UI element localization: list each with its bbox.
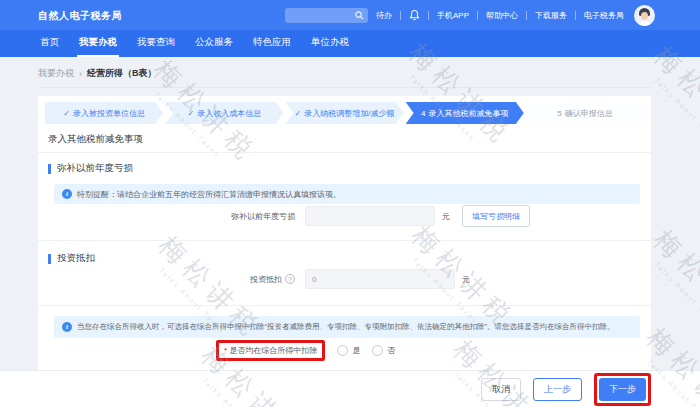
user-avatar[interactable] <box>634 5 655 26</box>
main-nav-bar: 首页 我要办税 我要查询 公众服务 特色应用 单位办税 <box>0 30 700 57</box>
section-invest-title: 投资抵扣 <box>57 252 95 265</box>
step-4-pretax-deductions-active: 4 录入其他税前减免事项 <box>406 102 524 124</box>
invest-field-label: 投资抵扣 ? <box>38 274 295 285</box>
etax-bureau-link[interactable]: 电子税务局 <box>584 10 624 21</box>
footer-action-bar: 取消 上一步 下一步 <box>0 370 700 407</box>
app-logo: 自然人电子税务局 <box>38 9 122 23</box>
cancel-button[interactable]: 取消 <box>481 378 521 401</box>
nav-item-query[interactable]: 我要查询 <box>135 30 177 57</box>
divider <box>575 11 576 20</box>
required-asterisk: * <box>224 346 227 355</box>
page-title: 录入其他税前减免事项 <box>48 133 143 146</box>
section-marker <box>48 254 51 264</box>
divider <box>477 11 478 20</box>
download-link[interactable]: 下载服务 <box>535 10 567 21</box>
check-icon: ✓ <box>295 109 302 118</box>
invest-field-row: 投资抵扣 ? 元 <box>38 269 651 289</box>
step-2-income-cost-info: ✓ 录入收入成本信息 <box>165 102 283 124</box>
top-header-bar: 自然人电子税务局 待办 手机APP 帮助中心 下载服务 电子税务局 <box>0 0 700 30</box>
comprehensive-income-notice-text: 当您存在综合所得收入时，可选择在综合所得申报中扣除“投资者减除费用、专项扣除、专… <box>77 322 615 332</box>
step-label: 录入被投资单位信息 <box>73 108 145 119</box>
loss-field-row: 弥补以前年度亏损 元 填写亏损明细 <box>38 205 651 227</box>
step-label: 录入其他税前减免事项 <box>428 108 508 119</box>
avatar-body <box>638 21 651 26</box>
nav-item-tax-handling[interactable]: 我要办税 <box>77 30 119 57</box>
todo-link[interactable]: 待办 <box>376 10 392 21</box>
search-icon[interactable] <box>355 11 364 20</box>
form-card: ✓ 录入被投资单位信息 ✓ 录入收入成本信息 ✓ 录入纳税调整增加/减少额 4 … <box>38 96 651 370</box>
invest-unit-label: 元 <box>462 274 470 285</box>
divider <box>38 305 651 306</box>
annotation-box-next-button: 下一步 <box>594 373 651 406</box>
nav-item-home[interactable]: 首页 <box>38 30 61 57</box>
fill-loss-detail-button[interactable]: 填写亏损明细 <box>462 205 530 227</box>
check-icon: ✓ <box>187 109 194 118</box>
divider <box>38 240 651 241</box>
loss-field-label: 弥补以前年度亏损 <box>38 211 295 222</box>
section-loss-title: 弥补以前年度亏损 <box>57 162 133 175</box>
divider <box>428 11 429 20</box>
deduct-in-comprehensive-income-row: * 是否均在综合所得中扣除 是 否 <box>38 340 651 361</box>
radio-circle-icon[interactable] <box>372 345 383 356</box>
loss-unit-label: 元 <box>442 211 450 222</box>
step-label: 确认申报信息 <box>565 108 613 119</box>
breadcrumb-separator-icon: › <box>79 69 82 79</box>
nav-item-unit-tax[interactable]: 单位办税 <box>309 30 351 57</box>
radio-circle-icon[interactable] <box>337 345 348 356</box>
watermark-subtext: Talks About Taxes <box>653 76 700 145</box>
avatar-face <box>641 12 648 20</box>
radio-option-yes[interactable]: 是 <box>337 345 360 356</box>
divider <box>526 11 527 20</box>
header-right-menu: 待办 手机APP 帮助中心 下载服务 电子税务局 <box>376 0 655 30</box>
divider <box>400 11 401 20</box>
search-input[interactable] <box>285 8 355 23</box>
info-icon: i <box>62 322 72 332</box>
step-label: 录入纳税调整增加/减少额 <box>304 108 394 119</box>
breadcrumb: 我要办税 › 经营所得（B表） <box>38 67 157 80</box>
loss-amount-input[interactable] <box>305 206 435 226</box>
step-number: 4 <box>421 109 425 118</box>
radio-option-no-label: 否 <box>387 345 395 356</box>
nav-item-featured-apps[interactable]: 特色应用 <box>251 30 293 57</box>
comprehensive-income-notice-banner: i 当您存在综合所得收入时，可选择在综合所得申报中扣除“投资者减除费用、专项扣除… <box>54 316 640 338</box>
section-marker <box>48 164 51 174</box>
step-1-invested-unit-info: ✓ 录入被投资单位信息 <box>45 102 163 124</box>
nav-item-public-service[interactable]: 公众服务 <box>193 30 235 57</box>
loss-notice-text: 特别提醒：请结合企业前五年的经营所得汇算清缴申报情况认真填报该项。 <box>77 189 341 200</box>
divider <box>38 87 651 88</box>
annotation-box-radio-label: * 是否均在综合所得中扣除 <box>216 340 325 361</box>
app-root: 自然人电子税务局 待办 手机APP 帮助中心 下载服务 电子税务局 <box>0 0 700 407</box>
previous-step-button[interactable]: 上一步 <box>533 378 582 401</box>
step-label: 录入收入成本信息 <box>197 108 261 119</box>
help-center-link[interactable]: 帮助中心 <box>486 10 518 21</box>
invest-amount-input[interactable] <box>305 269 455 289</box>
radio-group-label: 是否均在综合所得中扣除 <box>229 345 317 356</box>
step-indicator: ✓ 录入被投资单位信息 ✓ 录入收入成本信息 ✓ 录入纳税调整增加/减少额 4 … <box>45 102 644 124</box>
invest-field-label-text: 投资抵扣 <box>250 274 282 285</box>
breadcrumb-parent[interactable]: 我要办税 <box>38 67 74 80</box>
radio-option-yes-label: 是 <box>352 345 360 356</box>
breadcrumb-current: 经营所得（B表） <box>87 67 157 80</box>
bell-icon[interactable] <box>409 9 420 21</box>
mobile-app-link[interactable]: 手机APP <box>437 10 469 21</box>
info-icon: i <box>62 189 72 199</box>
step-5-confirm-declaration: 5 确认申报信息 <box>526 102 644 124</box>
search-box[interactable] <box>285 8 368 23</box>
step-number: 5 <box>557 109 561 118</box>
check-icon: ✓ <box>63 109 70 118</box>
help-icon[interactable]: ? <box>285 274 295 284</box>
radio-option-no[interactable]: 否 <box>372 345 395 356</box>
section-loss-header: 弥补以前年度亏损 <box>48 162 133 175</box>
divider <box>38 152 651 153</box>
next-step-button[interactable]: 下一步 <box>599 378 646 401</box>
watermark-subtext: Talks About Taxes <box>653 260 700 329</box>
loss-notice-banner: i 特别提醒：请结合企业前五年的经营所得汇算清缴申报情况认真填报该项。 <box>54 184 640 204</box>
step-3-tax-adjustment: ✓ 录入纳税调整增加/减少额 <box>285 102 403 124</box>
section-invest-header: 投资抵扣 <box>48 252 95 265</box>
